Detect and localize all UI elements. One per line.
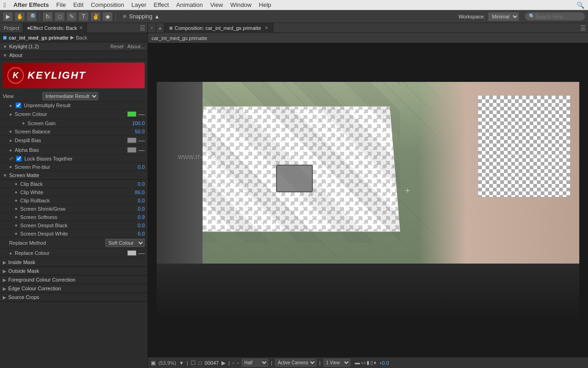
- menu-file[interactable]: File: [56, 1, 66, 8]
- apple-menu[interactable]: : [4, 1, 6, 9]
- screen-colour-swatch[interactable]: ―: [127, 110, 145, 118]
- pen-tool[interactable]: ✎: [67, 12, 77, 21]
- camera-select[interactable]: Active Camera: [275, 359, 317, 367]
- stopwatch-rollback[interactable]: ●: [15, 198, 17, 203]
- view-dropdown[interactable]: Intermediate Result Final Result Source …: [42, 92, 98, 100]
- stopwatch-despill[interactable]: ●: [9, 138, 12, 143]
- stopwatch-balance[interactable]: ●: [9, 129, 12, 134]
- project-tab[interactable]: Project: [0, 23, 23, 33]
- alpha-swatch[interactable]: [127, 147, 136, 153]
- despill-swatch[interactable]: [127, 138, 136, 143]
- camera-tool[interactable]: □: [55, 12, 65, 21]
- workspace-dropdown[interactable]: Minimal: [488, 12, 519, 21]
- shape-tool[interactable]: ◆: [102, 12, 113, 21]
- alpha-minus[interactable]: ―: [138, 146, 145, 154]
- stopwatch-shrink[interactable]: ●: [15, 206, 17, 211]
- layout-icon2[interactable]: ▭: [361, 360, 366, 366]
- brush-tool[interactable]: ✌: [90, 12, 101, 21]
- about-button[interactable]: About...: [127, 44, 145, 49]
- fg-cc-header[interactable]: ▶ Foreground Colour Correction: [0, 276, 147, 284]
- viewer-icon: ▪: [151, 25, 153, 30]
- stopwatch-softness[interactable]: ●: [15, 214, 17, 219]
- stopwatch-gain[interactable]: ●: [22, 121, 25, 126]
- unpremultiply-checkbox[interactable]: [16, 103, 21, 108]
- screen-preblur-value[interactable]: 0.0: [138, 164, 145, 170]
- offset-value[interactable]: +0.0: [379, 360, 389, 366]
- replace-colour-swatch[interactable]: ―: [127, 249, 145, 257]
- quality-select[interactable]: Half Full Third Quarter: [242, 359, 268, 367]
- clip-rollback-value[interactable]: 0.0: [138, 198, 145, 203]
- comp-panel-options[interactable]: ☰: [578, 24, 588, 32]
- zoom-tool[interactable]: 🔎: [27, 12, 37, 21]
- alpha-bias-swatch[interactable]: ―: [127, 146, 145, 154]
- effect-controls-tab[interactable]: ■ Effect Controls: Back ✕: [23, 23, 87, 33]
- menu-layer[interactable]: Layer: [131, 1, 147, 8]
- menu-animation[interactable]: Animation: [176, 1, 203, 8]
- screen-shrink-value[interactable]: 0.0: [138, 206, 145, 212]
- stopwatch-clip-white[interactable]: ●: [15, 190, 17, 195]
- menu-effect[interactable]: Effect: [154, 1, 169, 8]
- menu-view[interactable]: View: [210, 1, 223, 8]
- rotate-tool[interactable]: ↻: [43, 12, 53, 21]
- menu-composition[interactable]: Composition: [91, 1, 124, 8]
- viewer[interactable]: www.rr-sc.com 大人素材 www.rr-sc.com 人人素材: [148, 43, 588, 357]
- effect-controls-close[interactable]: ✕: [79, 25, 83, 30]
- edge-cc-header[interactable]: ▶ Edge Colour Correction: [0, 284, 147, 293]
- stopwatch-unpremultiply[interactable]: ●: [9, 103, 12, 108]
- stopwatch-replace-colour[interactable]: ●: [9, 251, 12, 256]
- panel-options[interactable]: ☰: [138, 24, 147, 32]
- replace-colour-minus[interactable]: ―: [138, 249, 145, 257]
- layout-icon1[interactable]: ▬: [355, 360, 360, 366]
- viewer-grid-btn[interactable]: ☐: [191, 360, 196, 366]
- viewer-safe-btn[interactable]: □: [198, 360, 202, 366]
- screen-despot-black-value[interactable]: 0.0: [138, 223, 145, 228]
- zoom-level[interactable]: (53.9%): [158, 360, 176, 366]
- clip-white-value[interactable]: 86.0: [135, 190, 145, 195]
- outside-mask-header[interactable]: ▶ Outside Mask: [0, 267, 147, 276]
- comp-tab-main[interactable]: ◼ Composition: car_int_med_gs primatte ✕: [164, 23, 273, 33]
- about-section-header[interactable]: ▼ About: [0, 51, 147, 60]
- menu-window[interactable]: Window: [230, 1, 251, 8]
- screen-colour-green-swatch[interactable]: [127, 111, 136, 117]
- search-input[interactable]: [535, 14, 581, 19]
- replace-method-dropdown[interactable]: Soft Colour Hard Colour Colour None: [105, 239, 145, 247]
- stopwatch-screen-colour[interactable]: ●: [9, 112, 12, 117]
- screen-despot-white-value[interactable]: 0.0: [138, 231, 145, 236]
- source-crops-header[interactable]: ▶ Source Crops: [0, 293, 147, 302]
- hand-tool[interactable]: ✋: [15, 12, 25, 21]
- menu-edit[interactable]: Edit: [73, 1, 83, 8]
- clip-black-value[interactable]: 0.0: [138, 181, 145, 187]
- despill-minus[interactable]: ―: [138, 137, 145, 144]
- layout-icon5[interactable]: ♦: [374, 360, 377, 366]
- screen-colour-minus[interactable]: ―: [138, 110, 145, 118]
- text-tool[interactable]: T: [79, 12, 89, 21]
- replace-colour-swatch-box[interactable]: [127, 250, 136, 256]
- plugin-expand[interactable]: ▼: [3, 44, 7, 49]
- screen-softness-value[interactable]: 0.9: [138, 214, 145, 220]
- screen-balance-value[interactable]: 50.0: [135, 129, 145, 134]
- stopwatch-clip-black[interactable]: ●: [15, 181, 17, 186]
- stopwatch-despot-white[interactable]: ●: [15, 231, 17, 236]
- menu-help[interactable]: Help: [259, 1, 271, 8]
- layout-icon3[interactable]: ▮: [367, 360, 369, 366]
- zoom-dropdown-arrow[interactable]: ▼: [179, 360, 184, 366]
- inside-mask-header[interactable]: ▶ Inside Mask: [0, 258, 147, 267]
- despill-bias-swatch[interactable]: ―: [127, 137, 145, 144]
- screen-matte-header[interactable]: ▼ Screen Matte: [0, 171, 147, 180]
- screen-gain-value[interactable]: 100.0: [132, 121, 145, 126]
- view-select[interactable]: 1 View 2 Views 4 Views: [323, 359, 351, 367]
- stopwatch-despot-black[interactable]: ●: [15, 223, 17, 228]
- viewer-bottom-icon1: ▣: [151, 360, 156, 366]
- selection-tool[interactable]: ▶: [3, 12, 13, 21]
- snap-toggle[interactable]: ⚛ Snapping ▲: [122, 13, 160, 20]
- workspace-selector[interactable]: Workspace: Minimal: [458, 12, 519, 21]
- lock-biases-checkbox[interactable]: [16, 156, 22, 161]
- comp-tab-close[interactable]: ✕: [265, 25, 268, 30]
- car-scene: www.rr-sc.com 大人素材 www.rr-sc.com 人人素材: [157, 82, 579, 319]
- viewer-timecode[interactable]: 00047: [205, 360, 219, 366]
- stopwatch-alpha[interactable]: ●: [9, 148, 12, 153]
- layout-icon4[interactable]: ▯: [370, 360, 373, 366]
- reset-button[interactable]: Reset: [110, 44, 124, 49]
- stopwatch-preblur[interactable]: ●: [9, 164, 12, 169]
- search-box[interactable]: 🔍: [525, 12, 585, 21]
